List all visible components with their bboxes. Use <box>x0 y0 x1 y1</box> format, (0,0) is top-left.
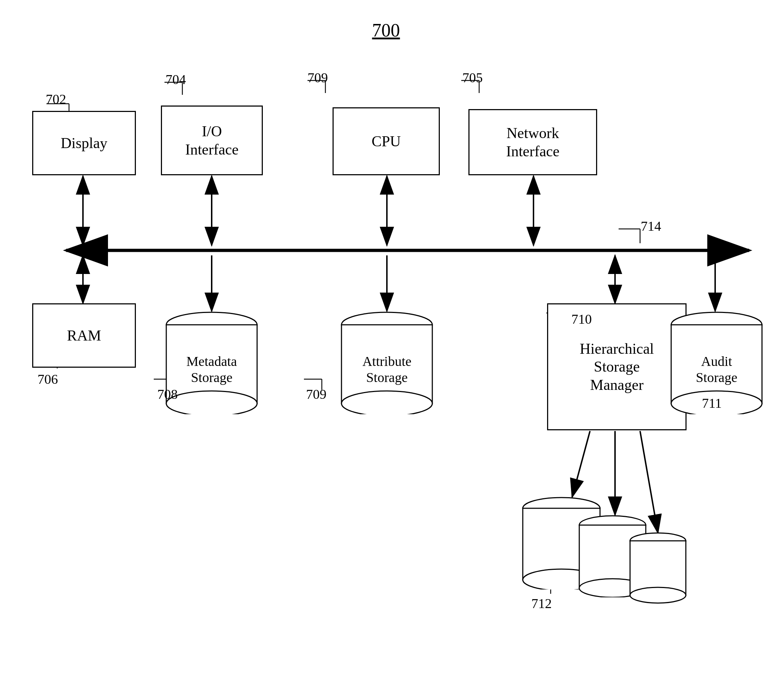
svg-text:Attribute: Attribute <box>362 354 411 369</box>
ref-709-cpu: 709 <box>307 70 328 85</box>
svg-point-42 <box>166 391 257 414</box>
svg-text:Audit: Audit <box>701 354 732 369</box>
svg-text:Storage: Storage <box>366 370 407 385</box>
ref-706: 706 <box>38 371 58 387</box>
ref-709b: 709 <box>306 386 327 402</box>
ref-712: 712 <box>532 595 552 611</box>
ref-705: 705 <box>462 70 483 85</box>
ref-714: 714 <box>641 218 661 234</box>
hsm-box: HierarchicalStorageManager <box>547 303 687 430</box>
cpu-box: CPU <box>332 107 440 175</box>
display-box: Display <box>32 111 136 175</box>
io-interface-box: I/OInterface <box>161 105 263 175</box>
svg-point-63 <box>630 587 686 603</box>
svg-text:Storage: Storage <box>696 370 737 385</box>
diagram: 700 <box>0 0 772 700</box>
attribute-storage-cylinder: Attribute Storage <box>340 310 435 414</box>
diagram-title: 700 <box>372 20 400 41</box>
ref-708: 708 <box>157 386 178 402</box>
ref-704: 704 <box>165 72 186 87</box>
svg-line-15 <box>572 431 590 497</box>
ref-702: 702 <box>46 91 66 107</box>
ram-box: RAM <box>32 303 136 368</box>
svg-text:Storage: Storage <box>191 370 232 385</box>
svg-text:Metadata: Metadata <box>186 354 237 369</box>
ref-711: 711 <box>702 395 722 411</box>
svg-point-47 <box>342 391 432 414</box>
storage-cylinder-small <box>629 532 687 604</box>
ref-710: 710 <box>571 311 592 327</box>
network-interface-box: NetworkInterface <box>468 109 597 175</box>
metadata-storage-cylinder: Metadata Storage <box>165 310 259 414</box>
